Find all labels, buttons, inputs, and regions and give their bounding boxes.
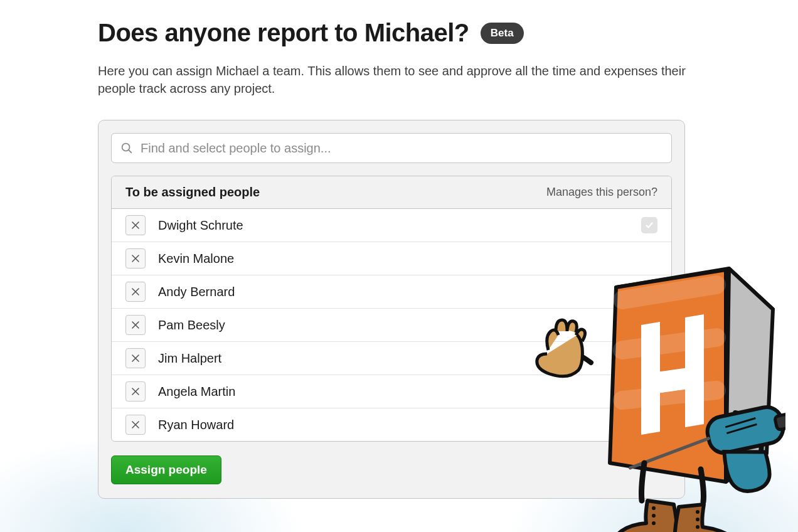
remove-person-button[interactable] xyxy=(125,348,146,368)
search-wrap xyxy=(111,133,672,163)
remove-person-button[interactable] xyxy=(125,381,146,402)
person-name: Andy Bernard xyxy=(158,285,657,299)
list-row: Andy Bernard xyxy=(112,275,671,309)
person-name: Jim Halpert xyxy=(158,351,657,366)
list-header-left: To be assigned people xyxy=(125,185,260,200)
list-header: To be assigned people Manages this perso… xyxy=(112,176,671,209)
close-icon xyxy=(131,287,140,296)
remove-person-button[interactable] xyxy=(125,248,146,269)
list-row: Kevin Malone xyxy=(112,242,671,275)
close-icon xyxy=(131,221,140,230)
close-icon xyxy=(131,354,140,363)
close-icon xyxy=(131,387,140,396)
assign-people-button[interactable]: Assign people xyxy=(111,455,221,484)
close-icon xyxy=(131,420,140,429)
manages-checkbox[interactable] xyxy=(641,217,657,233)
person-name: Ryan Howard xyxy=(158,418,657,432)
list-header-right: Manages this person? xyxy=(546,186,657,199)
remove-person-button[interactable] xyxy=(125,315,146,335)
beta-badge: Beta xyxy=(481,23,524,44)
list-row: Pam Beesly xyxy=(112,309,671,342)
list-row: Jim Halpert xyxy=(112,342,671,375)
person-name: Dwight Schrute xyxy=(158,218,641,233)
person-name: Pam Beesly xyxy=(158,318,657,332)
page-title: Does anyone report to Michael? xyxy=(98,19,469,47)
list-row: Ryan Howard xyxy=(112,408,671,441)
remove-person-button[interactable] xyxy=(125,415,146,435)
close-icon xyxy=(131,254,140,263)
search-people-input[interactable] xyxy=(111,133,672,163)
check-icon xyxy=(645,221,654,230)
person-name: Kevin Malone xyxy=(158,252,657,266)
remove-person-button[interactable] xyxy=(125,282,146,302)
close-icon xyxy=(131,321,140,329)
page-content: Does anyone report to Michael? Beta Here… xyxy=(0,0,798,499)
assignment-panel: To be assigned people Manages this perso… xyxy=(98,120,685,499)
list-row: Dwight Schrute xyxy=(112,209,671,242)
list-row: Angela Martin xyxy=(112,375,671,408)
title-row: Does anyone report to Michael? Beta xyxy=(98,19,700,47)
assignment-list: To be assigned people Manages this perso… xyxy=(111,176,672,442)
remove-person-button[interactable] xyxy=(125,215,146,235)
page-subheading: Here you can assign Michael a team. This… xyxy=(98,62,688,97)
person-name: Angela Martin xyxy=(158,385,657,399)
